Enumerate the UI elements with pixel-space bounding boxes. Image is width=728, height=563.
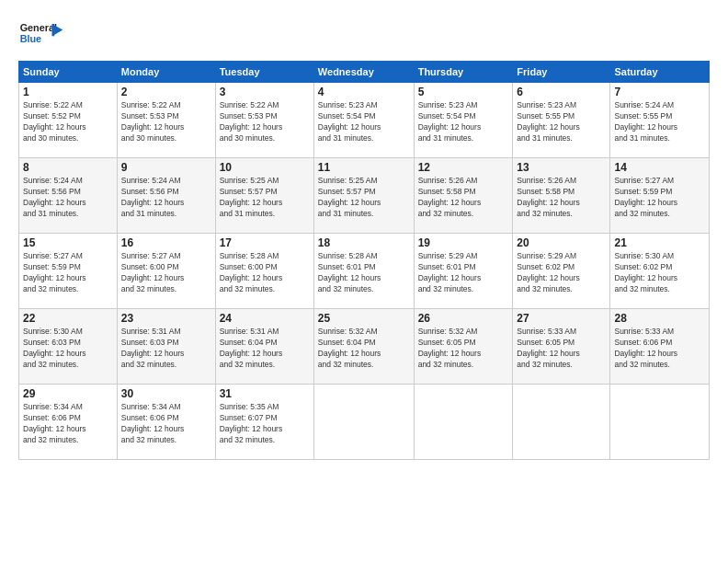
day-number: 27	[517, 312, 606, 325]
calendar-day-20: 20Sunrise: 5:29 AM Sunset: 6:02 PM Dayli…	[513, 234, 610, 309]
calendar-day-14: 14Sunrise: 5:27 AM Sunset: 5:59 PM Dayli…	[610, 158, 710, 234]
svg-rect-3	[52, 24, 55, 36]
empty-cell	[313, 385, 414, 460]
calendar-day-19: 19Sunrise: 5:29 AM Sunset: 6:01 PM Dayli…	[414, 234, 513, 309]
calendar-day-17: 17Sunrise: 5:28 AM Sunset: 6:00 PM Dayli…	[215, 234, 313, 309]
day-number: 8	[23, 161, 113, 174]
svg-text:Blue: Blue	[20, 33, 41, 44]
weekday-header-wednesday: Wednesday	[313, 62, 414, 83]
day-info: Sunrise: 5:26 AM Sunset: 5:58 PM Dayligh…	[418, 176, 509, 220]
day-info: Sunrise: 5:28 AM Sunset: 6:00 PM Dayligh…	[220, 251, 310, 295]
calendar-day-28: 28Sunrise: 5:33 AM Sunset: 6:06 PM Dayli…	[610, 309, 710, 385]
calendar-day-10: 10Sunrise: 5:25 AM Sunset: 5:57 PM Dayli…	[215, 158, 313, 234]
calendar-day-27: 27Sunrise: 5:33 AM Sunset: 6:05 PM Dayli…	[513, 309, 610, 385]
day-info: Sunrise: 5:22 AM Sunset: 5:52 PM Dayligh…	[23, 100, 113, 144]
day-info: Sunrise: 5:31 AM Sunset: 6:04 PM Dayligh…	[220, 327, 310, 371]
calendar-week-2: 8Sunrise: 5:24 AM Sunset: 5:56 PM Daylig…	[19, 158, 710, 234]
day-number: 31	[220, 387, 310, 400]
day-info: Sunrise: 5:26 AM Sunset: 5:58 PM Dayligh…	[517, 176, 606, 220]
day-info: Sunrise: 5:24 AM Sunset: 5:56 PM Dayligh…	[23, 176, 113, 220]
calendar-day-5: 5Sunrise: 5:23 AM Sunset: 5:54 PM Daylig…	[414, 83, 513, 158]
empty-cell	[513, 385, 610, 460]
day-info: Sunrise: 5:23 AM Sunset: 5:54 PM Dayligh…	[418, 100, 509, 144]
day-number: 26	[418, 312, 509, 325]
day-number: 13	[517, 161, 606, 174]
calendar-day-15: 15Sunrise: 5:27 AM Sunset: 5:59 PM Dayli…	[19, 234, 118, 309]
day-info: Sunrise: 5:29 AM Sunset: 6:01 PM Dayligh…	[418, 251, 509, 295]
day-number: 17	[220, 236, 310, 249]
day-info: Sunrise: 5:25 AM Sunset: 5:57 PM Dayligh…	[318, 176, 410, 220]
day-number: 25	[318, 312, 410, 325]
calendar-day-21: 21Sunrise: 5:30 AM Sunset: 6:02 PM Dayli…	[610, 234, 710, 309]
calendar-day-4: 4Sunrise: 5:23 AM Sunset: 5:54 PM Daylig…	[313, 83, 414, 158]
calendar-day-7: 7Sunrise: 5:24 AM Sunset: 5:55 PM Daylig…	[610, 83, 710, 158]
calendar-day-29: 29Sunrise: 5:34 AM Sunset: 6:06 PM Dayli…	[19, 385, 118, 460]
calendar-day-26: 26Sunrise: 5:32 AM Sunset: 6:05 PM Dayli…	[414, 309, 513, 385]
day-number: 24	[220, 312, 310, 325]
day-info: Sunrise: 5:30 AM Sunset: 6:03 PM Dayligh…	[23, 327, 113, 371]
calendar-day-16: 16Sunrise: 5:27 AM Sunset: 6:00 PM Dayli…	[117, 234, 215, 309]
calendar-day-6: 6Sunrise: 5:23 AM Sunset: 5:55 PM Daylig…	[513, 83, 610, 158]
day-info: Sunrise: 5:32 AM Sunset: 6:04 PM Dayligh…	[318, 327, 410, 371]
day-number: 18	[318, 236, 410, 249]
day-info: Sunrise: 5:30 AM Sunset: 6:02 PM Dayligh…	[614, 251, 705, 295]
weekday-header-saturday: Saturday	[610, 62, 710, 83]
day-number: 4	[318, 86, 410, 98]
day-info: Sunrise: 5:27 AM Sunset: 5:59 PM Dayligh…	[614, 176, 705, 220]
day-number: 11	[318, 161, 410, 174]
day-number: 19	[418, 236, 509, 249]
logo: General Blue	[18, 17, 64, 53]
day-number: 12	[418, 161, 509, 174]
day-info: Sunrise: 5:27 AM Sunset: 6:00 PM Dayligh…	[121, 251, 211, 295]
calendar-week-5: 29Sunrise: 5:34 AM Sunset: 6:06 PM Dayli…	[19, 385, 710, 460]
weekday-header-tuesday: Tuesday	[215, 62, 313, 83]
day-info: Sunrise: 5:25 AM Sunset: 5:57 PM Dayligh…	[220, 176, 310, 220]
day-info: Sunrise: 5:24 AM Sunset: 5:55 PM Dayligh…	[614, 100, 705, 144]
day-number: 9	[121, 161, 211, 174]
calendar-day-18: 18Sunrise: 5:28 AM Sunset: 6:01 PM Dayli…	[313, 234, 414, 309]
day-number: 28	[614, 312, 705, 325]
day-number: 29	[23, 387, 113, 400]
calendar-header-row: SundayMondayTuesdayWednesdayThursdayFrid…	[19, 62, 710, 83]
calendar-day-2: 2Sunrise: 5:22 AM Sunset: 5:53 PM Daylig…	[117, 83, 215, 158]
day-info: Sunrise: 5:33 AM Sunset: 6:06 PM Dayligh…	[614, 327, 705, 371]
calendar-day-8: 8Sunrise: 5:24 AM Sunset: 5:56 PM Daylig…	[19, 158, 118, 234]
day-info: Sunrise: 5:23 AM Sunset: 5:54 PM Dayligh…	[318, 100, 410, 144]
day-number: 21	[614, 236, 705, 249]
day-number: 1	[23, 86, 113, 98]
weekday-header-thursday: Thursday	[414, 62, 513, 83]
svg-text:General: General	[20, 22, 57, 33]
calendar-week-1: 1Sunrise: 5:22 AM Sunset: 5:52 PM Daylig…	[19, 83, 710, 158]
day-number: 14	[614, 161, 705, 174]
calendar-day-9: 9Sunrise: 5:24 AM Sunset: 5:56 PM Daylig…	[117, 158, 215, 234]
day-info: Sunrise: 5:27 AM Sunset: 5:59 PM Dayligh…	[23, 251, 113, 295]
weekday-header-sunday: Sunday	[19, 62, 118, 83]
day-number: 16	[121, 236, 211, 249]
header: General Blue	[18, 17, 710, 53]
day-info: Sunrise: 5:28 AM Sunset: 6:01 PM Dayligh…	[318, 251, 410, 295]
day-info: Sunrise: 5:22 AM Sunset: 5:53 PM Dayligh…	[220, 100, 310, 144]
empty-cell	[414, 385, 513, 460]
day-number: 3	[220, 86, 310, 98]
calendar-day-30: 30Sunrise: 5:34 AM Sunset: 6:06 PM Dayli…	[117, 385, 215, 460]
day-number: 7	[614, 86, 705, 98]
calendar-table: SundayMondayTuesdayWednesdayThursdayFrid…	[18, 61, 710, 460]
calendar-day-11: 11Sunrise: 5:25 AM Sunset: 5:57 PM Dayli…	[313, 158, 414, 234]
calendar-day-25: 25Sunrise: 5:32 AM Sunset: 6:04 PM Dayli…	[313, 309, 414, 385]
day-info: Sunrise: 5:32 AM Sunset: 6:05 PM Dayligh…	[418, 327, 509, 371]
calendar-day-3: 3Sunrise: 5:22 AM Sunset: 5:53 PM Daylig…	[215, 83, 313, 158]
day-number: 6	[517, 86, 606, 98]
day-info: Sunrise: 5:23 AM Sunset: 5:55 PM Dayligh…	[517, 100, 606, 144]
day-info: Sunrise: 5:33 AM Sunset: 6:05 PM Dayligh…	[517, 327, 606, 371]
calendar-day-12: 12Sunrise: 5:26 AM Sunset: 5:58 PM Dayli…	[414, 158, 513, 234]
calendar-day-13: 13Sunrise: 5:26 AM Sunset: 5:58 PM Dayli…	[513, 158, 610, 234]
calendar-day-24: 24Sunrise: 5:31 AM Sunset: 6:04 PM Dayli…	[215, 309, 313, 385]
page: General Blue SundayMondayTuesdayWednesda…	[0, 0, 728, 563]
day-info: Sunrise: 5:34 AM Sunset: 6:06 PM Dayligh…	[121, 402, 211, 446]
calendar-week-4: 22Sunrise: 5:30 AM Sunset: 6:03 PM Dayli…	[19, 309, 710, 385]
day-info: Sunrise: 5:35 AM Sunset: 6:07 PM Dayligh…	[220, 402, 310, 446]
day-number: 5	[418, 86, 509, 98]
logo-icon: General Blue	[18, 17, 64, 53]
day-number: 23	[121, 312, 211, 325]
day-number: 10	[220, 161, 310, 174]
